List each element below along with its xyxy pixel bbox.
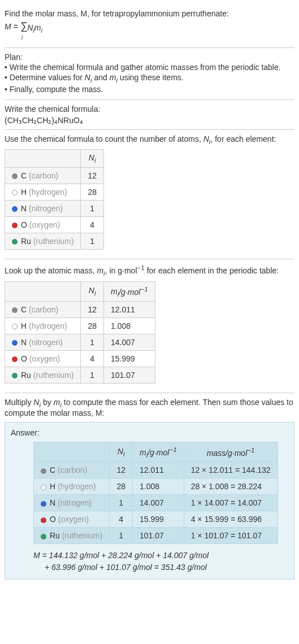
chem-formula-section: Write the chemical formula: (CH₃CH₂CH₂)₄… xyxy=(5,100,294,130)
table-row: H (hydrogen) 28 xyxy=(5,184,104,201)
final-line1: M = 144.132 g/mol + 28.224 g/mol + 14.00… xyxy=(33,550,288,562)
chem-formula-value: (CH₃CH₂CH₂)₄NRuO₄ xyxy=(5,116,294,125)
answer-table: Ni mi/g·mol−1 mass/g·mol−1 C (carbon) 12… xyxy=(33,442,278,544)
chem-formula-heading: Write the chemical formula: xyxy=(5,105,294,114)
ruthenium-dot-icon xyxy=(41,534,46,539)
hydrogen-dot-icon xyxy=(12,324,18,329)
table-header: Ni mi/g·mol−1 xyxy=(5,281,155,301)
plan-section: Plan: • Write the chemical formula and g… xyxy=(5,48,294,100)
ruthenium-dot-icon xyxy=(12,373,18,378)
sigma-symbol: ∑ xyxy=(20,20,28,32)
table-row: C (carbon) 12 12.011 xyxy=(5,302,155,318)
plan-item2: • Determine values for Ni and mi using t… xyxy=(5,73,294,84)
col-m: mi/g·mol−1 xyxy=(132,442,184,462)
plan-item3: • Finally, compute the mass. xyxy=(5,85,294,94)
nitrogen-dot-icon xyxy=(12,206,18,212)
final-equation: M = 144.132 g/mol + 28.224 g/mol + 14.00… xyxy=(33,550,288,573)
table-header: Ni xyxy=(5,150,104,168)
hydrogen-dot-icon xyxy=(12,190,18,195)
nitrogen-dot-icon xyxy=(12,340,18,346)
sigma-sub: i xyxy=(21,34,23,41)
table-row: O (oxygen) 4 15.999 4 × 15.999 = 63.996 xyxy=(34,511,278,528)
table-row: O (oxygen) 4 xyxy=(5,217,104,233)
table-row: N (nitrogen) 1 xyxy=(5,201,104,217)
oxygen-dot-icon xyxy=(12,223,18,228)
multiply-heading: Multiply Ni by mi to compute the mass fo… xyxy=(5,398,294,417)
table-row: H (hydrogen) 28 1.008 xyxy=(5,318,155,334)
table-row: H (hydrogen) 28 1.008 28 × 1.008 = 28.22… xyxy=(34,478,278,495)
col-n: Ni xyxy=(110,442,133,462)
mass-heading: Look up the atomic mass, mi, in g·mol−1 … xyxy=(5,264,294,276)
table-header: Ni mi/g·mol−1 mass/g·mol−1 xyxy=(34,442,278,462)
table-row: Ru (ruthenium) 1 xyxy=(5,233,104,250)
answer-content: Ni mi/g·mol−1 mass/g·mol−1 C (carbon) 12… xyxy=(11,442,288,573)
col-mass: mass/g·mol−1 xyxy=(184,442,278,462)
count-section: Use the chemical formula to count the nu… xyxy=(5,130,294,260)
table-row: N (nitrogen) 1 14.007 xyxy=(5,334,155,351)
formula-rest: Nimi xyxy=(27,23,42,32)
ruthenium-dot-icon xyxy=(12,239,18,245)
count-heading: Use the chemical formula to count the nu… xyxy=(5,134,294,145)
plan-heading: Plan: xyxy=(5,53,294,62)
table-row: N (nitrogen) 1 14.007 1 × 14.007 = 14.00… xyxy=(34,495,278,511)
hydrogen-dot-icon xyxy=(41,485,46,490)
carbon-dot-icon xyxy=(12,307,18,313)
table-row: Ru (ruthenium) 1 101.07 xyxy=(5,367,155,384)
answer-label: Answer: xyxy=(11,428,288,437)
table-row: C (carbon) 12 12.011 12 × 12.011 = 144.1… xyxy=(34,462,278,478)
carbon-dot-icon xyxy=(12,173,18,179)
col-n: Ni xyxy=(81,281,104,301)
oxygen-dot-icon xyxy=(41,517,46,523)
col-n: Ni xyxy=(81,150,104,168)
table-row: O (oxygen) 4 15.999 xyxy=(5,351,155,367)
mass-table: Ni mi/g·mol−1 C (carbon) 12 12.011 H (hy… xyxy=(5,281,155,384)
final-line2: + 63.996 g/mol + 101.07 g/mol = 351.43 g… xyxy=(33,562,288,573)
intro-formula: M = ∑ i Nimi xyxy=(5,20,294,43)
count-table: Ni C (carbon) 12 H (hydrogen) 28 N (nitr… xyxy=(5,149,104,250)
plan-item1: • Write the chemical formula and gather … xyxy=(5,63,294,72)
nitrogen-dot-icon xyxy=(41,501,46,507)
mass-section: Look up the atomic mass, mi, in g·mol−1 … xyxy=(5,259,294,393)
formula-m: M = xyxy=(5,22,20,31)
oxygen-dot-icon xyxy=(12,356,18,362)
table-row: Ru (ruthenium) 1 101.07 1 × 101.07 = 101… xyxy=(34,528,278,544)
col-m: mi/g·mol−1 xyxy=(103,281,155,301)
carbon-dot-icon xyxy=(41,468,46,474)
multiply-section: Multiply Ni by mi to compute the mass fo… xyxy=(5,393,294,580)
table-row: C (carbon) 12 xyxy=(5,168,104,184)
intro-section: Find the molar mass, M, for tetrapropyla… xyxy=(5,5,294,48)
answer-box: Answer: Ni mi/g·mol−1 mass/g·mol−1 C (ca… xyxy=(5,422,294,580)
intro-line1: Find the molar mass, M, for tetrapropyla… xyxy=(5,9,294,18)
